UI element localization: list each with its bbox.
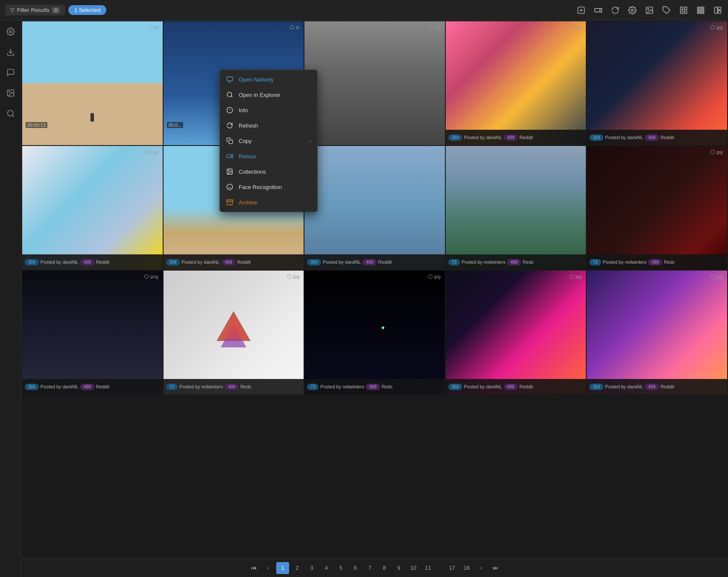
svg-point-32 — [227, 92, 232, 97]
page-first-button[interactable]: ⏮ — [247, 562, 260, 574]
media-cell[interactable]: jpg 304 Posted by daniiNL 499 Reddit — [587, 271, 727, 394]
svg-rect-11 — [700, 7, 701, 8]
page-6-button[interactable]: 6 — [349, 562, 362, 574]
grid-icon[interactable] — [678, 5, 689, 15]
layout-icon[interactable] — [713, 5, 723, 15]
page-7-button[interactable]: 7 — [363, 562, 376, 574]
gear-icon[interactable] — [627, 5, 637, 15]
page-next-button[interactable]: › — [475, 562, 488, 574]
page-10-button[interactable]: 10 — [407, 562, 420, 574]
archive-icon — [226, 198, 234, 206]
grid-dots-icon[interactable] — [696, 5, 706, 15]
svg-rect-10 — [698, 7, 699, 8]
media-cell[interactable]: jpg 304 Posted by daniiNL 499 Reddit — [587, 21, 727, 145]
label-bar: 304 Posted by daniiNL 499 Reddit — [587, 130, 727, 145]
media-cell[interactable]: png 304 Posted by daniiNL 499 Reddit — [22, 271, 163, 394]
type-badge: jpg — [428, 274, 441, 279]
svg-rect-20 — [718, 7, 721, 10]
svg-rect-17 — [700, 12, 701, 13]
type-badge: jpg — [428, 149, 441, 154]
ctx-info[interactable]: Info — [220, 102, 317, 118]
page-18-button[interactable]: 18 — [460, 562, 473, 574]
svg-rect-44 — [227, 200, 233, 201]
media-cell[interactable]: jpg 304 Posted by daniiNL 499 Reddit — [446, 21, 586, 145]
sidebar-settings-icon[interactable] — [5, 26, 17, 38]
page-5-button[interactable]: 5 — [334, 562, 347, 574]
tag-icon[interactable] — [661, 5, 672, 15]
page-3-button[interactable]: 3 — [305, 562, 318, 574]
download-icon[interactable] — [576, 5, 586, 15]
filter-results-button[interactable]: ▽ Filter Results 0 — [5, 5, 65, 15]
ctx-label: Copy — [239, 138, 251, 144]
ctx-remux[interactable]: Remux — [220, 149, 317, 164]
image-icon[interactable] — [644, 5, 655, 15]
refresh-icon — [226, 122, 234, 129]
media-cell[interactable]: jpg 73 Posted by redwinterx 499 Redc — [164, 271, 304, 394]
svg-point-40 — [228, 170, 229, 171]
media-cell[interactable]: jpg — [304, 21, 445, 145]
label-bar: 304 Posted by daniiNL 499 Reddit — [446, 130, 586, 145]
media-cell[interactable]: jpg 304 Posted by daniiNL 499 Reddit — [304, 146, 445, 270]
ctx-copy[interactable]: Copy › — [220, 133, 317, 149]
main-layout: ts 00:00:13 〜 ts 00:0... — [0, 20, 728, 577]
filter-icon: ▽ — [10, 7, 15, 13]
type-badge: jpg — [428, 25, 441, 30]
ctx-label: Open in Explorer — [239, 92, 281, 98]
media-thumbnail — [304, 271, 445, 394]
ctx-open-explorer[interactable]: Open in Explorer — [220, 87, 317, 102]
label-bar: 304 Posted by daniiNL 499 Reddit — [587, 379, 727, 394]
sidebar-gallery-icon[interactable] — [5, 87, 17, 99]
media-cell[interactable]: ts 00:00:13 — [22, 21, 163, 145]
ctx-open-natively[interactable]: Open Natively — [220, 72, 317, 87]
media-cell[interactable]: jpg 73 Posted by redwinterx 499 Redc — [587, 146, 727, 270]
page-8-button[interactable]: 8 — [378, 562, 391, 574]
sidebar-search-icon[interactable] — [5, 108, 17, 119]
media-thumbnail — [446, 21, 586, 145]
ctx-collections[interactable]: Collections — [220, 164, 317, 179]
page-17-button[interactable]: 17 — [446, 562, 459, 574]
media-thumbnail — [304, 21, 445, 145]
context-menu: Open Natively Open in Explorer Info Refr… — [219, 70, 318, 212]
media-cell[interactable]: png 304 Posted by daniiNL 499 Reddit — [22, 146, 163, 270]
label-bar: 73 Posted by redwinterx 499 Redc — [304, 379, 445, 394]
media-thumbnail — [587, 271, 727, 394]
pagination-bar: ⏮ ‹ 1 2 3 4 5 6 7 8 9 10 11 ... 17 18 › … — [21, 558, 728, 577]
svg-rect-19 — [715, 7, 718, 13]
toolbar-icons — [576, 5, 723, 15]
sidebar-chat-icon[interactable] — [5, 67, 17, 79]
label-bar: 73 Posted by redwinterx 499 Redc — [446, 254, 586, 270]
type-badge: jpg — [710, 25, 723, 30]
page-11-button[interactable]: 11 — [421, 562, 434, 574]
svg-point-25 — [9, 91, 9, 93]
page-9-button[interactable]: 9 — [392, 562, 405, 574]
page-prev-button[interactable]: ‹ — [262, 562, 275, 574]
sidebar-download-icon[interactable] — [5, 46, 17, 58]
label-bar: 304 Posted by daniiNL 499 Reddit — [22, 254, 163, 270]
media-cell[interactable]: jpg 73 Posted by redwinterx 499 Redc — [446, 146, 586, 270]
ctx-label: Face Recognition — [239, 184, 282, 190]
face-icon — [226, 183, 234, 191]
page-ellipsis: ... — [436, 565, 444, 571]
main-content: ts 00:00:13 〜 ts 00:0... — [21, 20, 728, 577]
triangle-art — [208, 307, 259, 358]
refresh-icon[interactable] — [610, 5, 620, 15]
video-icon[interactable] — [593, 5, 603, 15]
page-4-button[interactable]: 4 — [320, 562, 333, 574]
svg-rect-8 — [684, 11, 687, 13]
svg-rect-37 — [229, 140, 233, 144]
sidebar — [0, 20, 21, 577]
svg-rect-6 — [681, 7, 683, 9]
page-2-button[interactable]: 2 — [291, 562, 304, 574]
page-1-button[interactable]: 1 — [276, 562, 289, 574]
media-thumbnail — [446, 146, 586, 270]
filter-label: Filter Results — [17, 7, 50, 13]
media-cell[interactable]: jpg 73 Posted by redwinterx 499 Redc — [304, 271, 445, 394]
ctx-archive[interactable]: Archive — [220, 195, 317, 210]
ctx-label: Open Natively — [239, 76, 274, 83]
media-cell[interactable]: jpg 304 Posted by daniiNL 499 Reddit — [446, 271, 586, 394]
ctx-label: Archive — [239, 199, 257, 206]
ctx-refresh[interactable]: Refresh — [220, 118, 317, 133]
ctx-face-recognition[interactable]: Face Recognition — [220, 179, 317, 195]
ctx-label: Refresh — [239, 122, 258, 129]
page-last-button[interactable]: ⏭ — [489, 562, 502, 574]
